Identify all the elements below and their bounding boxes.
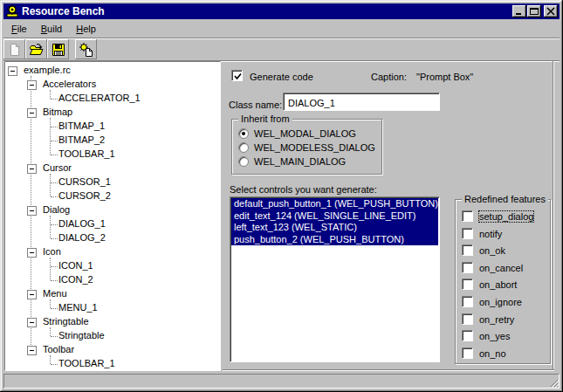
feature-label: setup_dialog xyxy=(479,211,533,222)
list-item[interactable]: left_text_123 (WEL_STATIC) xyxy=(231,222,438,234)
tree-item[interactable]: TOOLBAR_1 xyxy=(57,148,117,162)
menu-file[interactable]: File xyxy=(4,22,34,37)
resize-grip[interactable] xyxy=(547,376,559,388)
feature-label: on_yes xyxy=(479,331,510,341)
tree-expand-box[interactable] xyxy=(27,318,37,327)
maximize-button[interactable] xyxy=(527,5,541,17)
tree-item[interactable]: example.rc xyxy=(22,64,72,78)
list-item[interactable]: default_push_button_1 (WEL_PUSH_BUTTON) xyxy=(231,198,438,210)
minimize-button[interactable] xyxy=(512,5,526,17)
on_yes-checkbox[interactable] xyxy=(462,330,473,341)
resource-tree-panel: example.rcAcceleratorsACCELERATOR_1Bitma… xyxy=(4,61,221,371)
radio-dot xyxy=(242,132,245,135)
minus-icon xyxy=(30,322,34,323)
tree-item[interactable]: ICON_2 xyxy=(57,273,95,287)
on_abort-checkbox[interactable] xyxy=(462,279,473,290)
setup_dialog-checkbox[interactable] xyxy=(462,210,473,222)
tree-item[interactable]: Menu xyxy=(41,287,69,301)
tree-expand-box[interactable] xyxy=(27,206,37,216)
resource-bench-window: Resource Bench FileBuildHelp example.rcA… xyxy=(0,0,563,392)
radio-label: WEL_MAIN_DIALOG xyxy=(254,156,346,167)
tree-item[interactable]: Bitmap xyxy=(41,106,74,120)
tree-item[interactable]: Cursor xyxy=(41,162,73,175)
notify-checkbox[interactable] xyxy=(462,228,473,239)
radio-icon xyxy=(238,156,249,167)
radio-icon xyxy=(238,128,249,139)
title-bar: Resource Bench xyxy=(3,3,560,19)
radio-label: WEL_MODELESS_DIALOG xyxy=(254,142,375,153)
radio-icon xyxy=(238,142,249,153)
on_retry-checkbox[interactable] xyxy=(462,313,473,325)
new-file-icon xyxy=(8,43,22,57)
feature-label: on_abort xyxy=(479,279,517,290)
tree-item[interactable]: Accelerators xyxy=(41,78,98,92)
radio-label: WEL_MODAL_DIALOG xyxy=(254,128,356,139)
save-icon xyxy=(51,43,65,57)
minus-icon xyxy=(30,294,34,295)
tree-item[interactable]: Dialog xyxy=(41,203,72,217)
tree-item[interactable]: DIALOG_1 xyxy=(57,217,107,231)
caption-label: Caption: xyxy=(371,72,407,82)
tree-expand-box[interactable] xyxy=(27,108,37,118)
build-workbench-button[interactable] xyxy=(75,39,97,59)
menu-help[interactable]: Help xyxy=(69,22,103,37)
on_cancel-checkbox[interactable] xyxy=(462,262,473,273)
radio-option[interactable]: WEL_MODELESS_DIALOG xyxy=(238,141,375,154)
tree-item[interactable]: CURSOR_2 xyxy=(57,189,113,203)
tree-item[interactable]: TOOLBAR_1 xyxy=(57,357,117,369)
tree-item[interactable]: Toolbar xyxy=(41,343,76,357)
minus-icon xyxy=(30,168,34,169)
tree-item[interactable]: BITMAP_1 xyxy=(57,120,106,134)
class-name-label: Class name: xyxy=(229,100,282,110)
minus-icon xyxy=(30,113,34,113)
tree-item[interactable]: ACCELERATOR_1 xyxy=(57,92,142,106)
tree-item[interactable]: MENU_1 xyxy=(57,301,100,315)
close-button[interactable] xyxy=(544,5,558,17)
generate-code-checkbox[interactable] xyxy=(231,70,243,81)
tree-item[interactable]: Icon xyxy=(41,245,63,259)
tree-item[interactable]: Stringtable xyxy=(41,315,91,329)
menu-bar: FileBuildHelp xyxy=(4,21,103,37)
radio-option[interactable]: WEL_MODAL_DIALOG xyxy=(238,127,356,140)
radio-option[interactable]: WEL_MAIN_DIALOG xyxy=(238,155,346,168)
redefined-features-title: Redefined features xyxy=(462,194,548,204)
redefined-features-group: Redefined features setup_dialognotifyon_… xyxy=(455,199,551,364)
on_no-checkbox[interactable] xyxy=(462,347,473,359)
controls-listbox[interactable]: default_push_button_1 (WEL_PUSH_BUTTON)e… xyxy=(230,196,440,362)
feature-label: on_ignore xyxy=(479,297,522,307)
list-item[interactable]: edit_text_124 (WEL_SINGLE_LINE_EDIT) xyxy=(231,210,438,223)
tree-item[interactable]: CURSOR_1 xyxy=(57,175,113,189)
build-workbench-icon xyxy=(79,43,93,57)
list-item[interactable]: push_button_2 (WEL_PUSH_BUTTON) xyxy=(231,234,438,246)
tree-connector xyxy=(50,216,51,238)
tree-expand-box[interactable] xyxy=(27,248,37,258)
tree-item[interactable]: BITMAP_2 xyxy=(57,134,106,148)
tree-expand-box[interactable] xyxy=(27,164,37,174)
new-file-button[interactable] xyxy=(3,39,25,59)
tree-expand-box[interactable] xyxy=(27,346,37,355)
tree-expand-box[interactable] xyxy=(27,290,37,299)
tree-item[interactable]: DIALOG_2 xyxy=(57,231,107,245)
status-bar xyxy=(3,374,560,389)
select-controls-label: Select controls you want generate: xyxy=(230,184,377,195)
workbench-icon xyxy=(5,4,19,18)
tree-expand-box[interactable] xyxy=(8,66,17,76)
tree-expand-box[interactable] xyxy=(27,80,37,90)
resource-tree: example.rcAcceleratorsACCELERATOR_1Bitma… xyxy=(6,64,219,369)
menu-build[interactable]: Build xyxy=(34,22,69,37)
minus-icon xyxy=(30,252,34,253)
class-name-input[interactable] xyxy=(283,93,440,111)
on_ok-checkbox[interactable] xyxy=(462,244,473,256)
minus-icon xyxy=(30,210,34,211)
tree-connector xyxy=(50,174,51,196)
open-folder-button[interactable] xyxy=(25,39,47,59)
feature-label: on_cancel xyxy=(479,263,523,273)
right-frame-edge xyxy=(553,61,554,369)
tree-item[interactable]: Stringtable xyxy=(57,329,106,343)
save-button[interactable] xyxy=(47,39,69,59)
tree-connector xyxy=(50,258,51,280)
feature-label: on_ok xyxy=(479,245,505,256)
tree-item[interactable]: ICON_1 xyxy=(57,259,95,273)
bottom-frame-edge xyxy=(223,369,554,371)
on_ignore-checkbox[interactable] xyxy=(462,296,473,307)
